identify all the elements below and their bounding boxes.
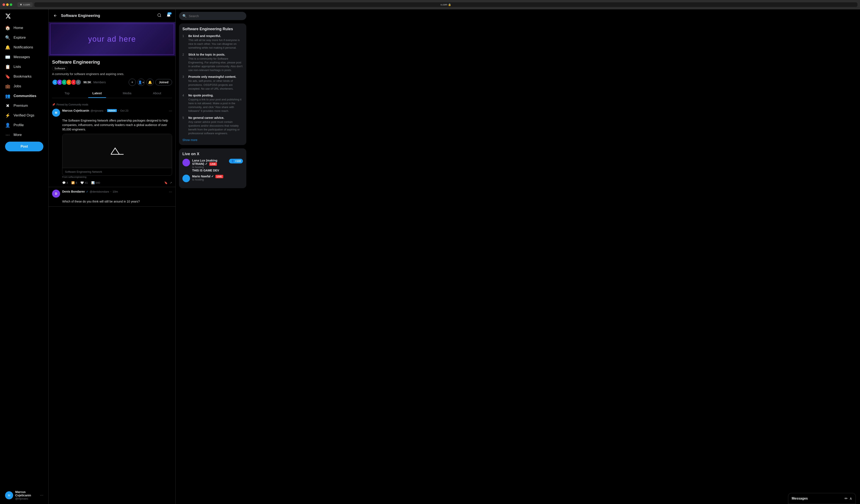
post-button[interactable]: Post xyxy=(5,142,43,151)
url-bar[interactable]: x.com 🔒 xyxy=(34,2,858,7)
tab-favicon: ✖ xyxy=(20,3,22,6)
sidebar-item-notifications[interactable]: 🔔 Notifications xyxy=(2,43,46,52)
rule-3: 3 Promote only meaningful content. No ad… xyxy=(183,75,243,91)
live-box: Live on X Lana Lux (making STRAIN) ✓ LIV… xyxy=(179,148,246,188)
messages-actions: ✏ ∧ xyxy=(845,496,852,501)
sidebar-item-lists[interactable]: 📋 Lists xyxy=(2,62,46,72)
community-description: A community for software engineers and a… xyxy=(52,72,172,76)
banner: your ad here xyxy=(49,22,175,56)
live-avatar-1 xyxy=(183,159,190,166)
sidebar-item-verified[interactable]: ⚡ Verified Orgs xyxy=(2,111,46,120)
sidebar: 🏠 Home 🔍 Explore 🔔 Notifications ✉️ Mess… xyxy=(0,9,49,504)
rule-4: 4 No quote posting. Copying a link to yo… xyxy=(183,94,243,113)
rule-2: 2 Stick to the topic in posts. This is a… xyxy=(183,53,243,72)
sidebar-item-profile[interactable]: 👤 Profile xyxy=(2,120,46,130)
tab-label: x.com xyxy=(23,3,30,6)
header-notification-button[interactable]: 20+ xyxy=(165,12,172,19)
add-member-button[interactable]: + xyxy=(129,79,136,86)
sidebar-item-home[interactable]: 🏠 Home xyxy=(2,23,46,32)
live-item-1[interactable]: Lana Lux (making STRAIN) ✓ LIVE is hosti… xyxy=(183,159,243,172)
share-post-button[interactable]: ↗ xyxy=(170,181,172,184)
view-count-value: 840 xyxy=(96,181,100,184)
post-card[interactable]: Software Engineering Network xyxy=(62,134,172,176)
close-button[interactable] xyxy=(2,3,5,6)
sidebar-item-explore[interactable]: 🔍 Explore xyxy=(2,33,46,42)
heart-icon: 🤍 xyxy=(81,181,84,184)
rule-num-2: 2 xyxy=(183,53,185,72)
bookmark-icon: 🔖 xyxy=(164,181,168,184)
rule-desc-4: Copying a link to your post and publishi… xyxy=(188,98,243,113)
listener-count-1: 👤 +133 xyxy=(229,159,243,163)
listener-icon: 👤 xyxy=(231,160,234,163)
live-item-2[interactable]: Mario Nawfal ✓ LIVE is hosting xyxy=(183,175,243,182)
tab-media[interactable]: Media xyxy=(112,88,142,98)
invite-button[interactable]: 👤+ xyxy=(138,79,145,86)
messages-collapse-button[interactable]: ∧ xyxy=(849,496,852,501)
sidebar-item-bookmarks[interactable]: 🔖 Bookmarks xyxy=(2,72,46,81)
post-date: Oct 23 xyxy=(120,109,128,112)
back-button[interactable] xyxy=(52,13,58,19)
rule-desc-1: This will all be way more fun if everyon… xyxy=(188,38,243,50)
tab-about[interactable]: About xyxy=(142,88,172,98)
reply-count: 4 xyxy=(67,181,68,184)
rule-desc-3: No ads, self-promo, or other kinds of pr… xyxy=(188,79,243,91)
sidebar-item-jobs[interactable]: 💼 Jobs xyxy=(2,81,46,91)
sidebar-item-more[interactable]: ⋯ More xyxy=(2,130,46,139)
sidebar-item-premium[interactable]: ✖ Premium xyxy=(2,101,46,110)
sidebar-user[interactable]: M Marcus Cvjeticanin @mjovanc ⋯ xyxy=(2,488,46,502)
sidebar-item-premium-label: Premium xyxy=(14,104,28,108)
member-avatar: F xyxy=(75,79,81,85)
reply-button[interactable]: 💬 4 xyxy=(62,181,68,184)
like-button[interactable]: 🤍 41 xyxy=(81,181,88,184)
community-header: Software Engineering 20+ xyxy=(49,9,175,22)
live-name-2: Mario Nawfal ✓ LIVE xyxy=(192,175,223,178)
communities-icon: 👥 xyxy=(5,93,10,99)
sidebar-item-jobs-label: Jobs xyxy=(14,84,21,88)
search-bar[interactable]: 🔍 xyxy=(179,12,246,20)
notification-settings-button[interactable]: 🔔 xyxy=(146,79,154,86)
tab-top[interactable]: Top xyxy=(52,88,82,98)
post2-author-avatar: D xyxy=(52,190,60,198)
search-icon: 🔍 xyxy=(183,14,187,18)
post2-author-handle: @denisbondare xyxy=(90,190,109,193)
post-body: The Software Engineering Network offers … xyxy=(62,118,172,132)
browser-tab[interactable]: ✖ x.com xyxy=(17,2,32,7)
search-input[interactable] xyxy=(189,14,243,18)
bookmark-post-button[interactable]: 🔖 xyxy=(164,181,168,184)
live-status-1: is hosting xyxy=(192,165,227,169)
messages-compose-button[interactable]: ✏ xyxy=(845,496,848,501)
header-search-button[interactable] xyxy=(156,12,163,19)
traffic-lights xyxy=(2,3,12,6)
verified-orgs-icon: ⚡ xyxy=(5,113,10,118)
post-meta: Marcus Cvjeticanin @mjovanc · Admin · Oc… xyxy=(62,109,167,113)
messages-panel-title: Messages xyxy=(792,496,808,500)
community-header-title: Software Engineering xyxy=(61,14,154,18)
tab-latest[interactable]: Latest xyxy=(82,88,112,98)
sidebar-item-communities[interactable]: 👥 Communities xyxy=(2,91,46,101)
post2-more-button[interactable]: ··· xyxy=(169,190,172,194)
rule-desc-5: Any career advice post must contain ques… xyxy=(188,120,243,135)
sidebar-item-verified-label: Verified Orgs xyxy=(14,113,34,118)
live-status-2: is hosting xyxy=(192,178,223,181)
x-logo[interactable] xyxy=(2,11,46,22)
jobs-icon: 💼 xyxy=(5,84,10,89)
rule-name-4: No quote posting. xyxy=(188,94,243,97)
share-icon: ↗ xyxy=(170,181,172,184)
community-tag: Software xyxy=(52,66,68,71)
rule-1: 1 Be kind and respectful. This will all … xyxy=(183,34,243,50)
post-more-button[interactable]: ··· xyxy=(169,109,172,113)
tabs: Top Latest Media About xyxy=(52,88,172,98)
reply-icon: 💬 xyxy=(62,181,66,184)
user-menu-icon: ⋯ xyxy=(40,493,43,497)
community-info: Software Engineering Software A communit… xyxy=(49,56,175,102)
show-more-button[interactable]: Show more xyxy=(183,138,243,142)
members-row: A B C D E F 98.5K Members + 👤+ 🔔 Joined xyxy=(52,79,172,86)
maximize-button[interactable] xyxy=(10,3,12,6)
sidebar-item-messages[interactable]: ✉️ Messages xyxy=(2,53,46,62)
member-actions: + 👤+ 🔔 Joined xyxy=(129,79,172,86)
post-header: M Marcus Cvjeticanin @mjovanc · Admin · … xyxy=(52,109,172,117)
joined-button[interactable]: Joined xyxy=(155,79,172,85)
minimize-button[interactable] xyxy=(6,3,9,6)
retweet-button[interactable]: 🔁 8 xyxy=(71,181,77,184)
view-count: 📊 840 xyxy=(91,181,100,184)
